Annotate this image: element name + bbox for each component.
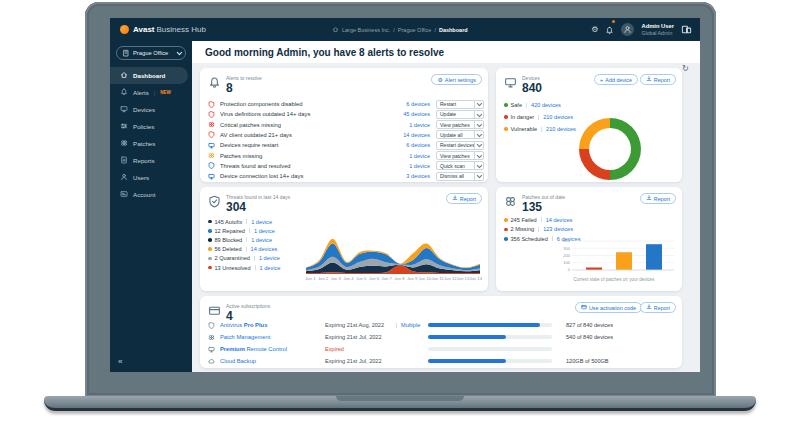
legend-devices-link[interactable]: 1 device xyxy=(259,255,280,261)
legend-divider xyxy=(249,228,250,233)
sidebar-item-devices[interactable]: Devices xyxy=(110,101,192,118)
alert-label: Critical patches missing xyxy=(220,122,281,128)
legend-devices-link[interactable]: 1 device xyxy=(260,265,281,271)
alert-action-select[interactable]: Update all xyxy=(436,130,484,139)
sidebar-item-users[interactable]: Users xyxy=(110,169,192,186)
legend-dot xyxy=(208,247,212,251)
subscriptions-card: Active subscriptions 4 Use activation co… xyxy=(200,296,682,368)
alert-action-select[interactable]: Update xyxy=(436,110,484,119)
chevron-down-icon xyxy=(474,152,483,159)
subscriptions-report-button[interactable]: Report xyxy=(640,302,676,313)
legend-divider xyxy=(538,115,539,120)
legend-divider xyxy=(541,217,542,222)
sidebar-item-policies[interactable]: Policies xyxy=(110,118,192,135)
sidebar-item-alerts[interactable]: Alerts|NEW xyxy=(110,84,192,101)
legend-devices-link[interactable]: 210 devices xyxy=(543,114,573,120)
legend-devices-link[interactable]: 14 devices xyxy=(546,217,573,223)
breadcrumb-separator: / xyxy=(434,27,436,33)
legend-label: 2 Quarantined xyxy=(215,255,250,261)
legend-item: 89 Blocked1 device xyxy=(208,235,280,244)
alert-action-select[interactable]: View patches xyxy=(436,120,484,129)
alert-action-select[interactable]: Restart devices xyxy=(436,141,484,150)
alert-devices-link[interactable]: 3 devices xyxy=(350,173,430,179)
bar-failed xyxy=(616,252,632,270)
breadcrumb-item[interactable]: Dashboard xyxy=(439,27,468,33)
alert-devices-link[interactable]: 14 devices xyxy=(350,132,430,138)
monitor-outline-icon xyxy=(504,75,517,93)
legend-devices-link[interactable]: 420 devices xyxy=(531,102,561,108)
legend-label: Vulnerable xyxy=(511,126,538,132)
sidebar: Prague Office DashboardAlerts|NEWDevices… xyxy=(110,41,192,372)
download-icon xyxy=(646,304,652,311)
sidebar-item-account[interactable]: Account xyxy=(110,186,192,203)
alert-settings-button[interactable]: ⚙Alert settings xyxy=(431,74,482,85)
chevron-down-icon xyxy=(474,131,483,138)
svg-text:300: 300 xyxy=(563,246,570,251)
legend-devices-link[interactable]: 14 devices xyxy=(251,246,278,252)
chevron-down-icon xyxy=(474,121,483,128)
alert-devices-link[interactable]: 45 devices xyxy=(350,111,430,117)
monitor-icon xyxy=(120,105,128,114)
patches-count: 135 xyxy=(522,200,542,214)
user-info[interactable]: Admin User Global Admin xyxy=(641,23,674,37)
alert-devices-link[interactable]: 1 device xyxy=(350,153,430,159)
subscription-name-link[interactable]: Antivirus Pro Plus xyxy=(220,322,267,328)
sidebar-collapse-button[interactable]: « xyxy=(118,357,122,366)
alert-devices-link[interactable]: 1 device xyxy=(350,163,430,169)
subscription-name-link[interactable]: Cloud Backup xyxy=(220,358,256,364)
legend-devices-link[interactable]: 1 device xyxy=(251,219,272,225)
legend-devices-link[interactable]: 1 device xyxy=(254,228,275,234)
x-axis-tick-label: Jun 2 xyxy=(317,276,330,281)
subscription-usage: 540 of 840 devices xyxy=(566,334,613,340)
sidebar-item-dashboard[interactable]: Dashboard xyxy=(110,67,188,84)
alert-devices-link[interactable]: 6 devices xyxy=(350,142,430,148)
use-activation-code-button[interactable]: Use activation code xyxy=(575,302,642,313)
subscription-name-link[interactable]: Patch Management xyxy=(220,334,270,340)
alert-action-select[interactable]: View patches xyxy=(436,151,484,160)
legend-label: 356 Scheduled xyxy=(511,236,548,242)
alert-devices-link[interactable]: 6 devices xyxy=(350,101,430,107)
org-selector[interactable]: Prague Office xyxy=(116,46,186,60)
legend-devices-link[interactable]: 210 devices xyxy=(546,126,576,132)
subscription-name-link[interactable]: Premium Remote Control xyxy=(220,346,287,352)
alert-row: AV client outdated 21+ days14 devicesUpd… xyxy=(200,130,488,140)
legend-divider xyxy=(254,256,255,261)
sliders-icon xyxy=(120,122,128,131)
alert-action-select[interactable]: Restart xyxy=(436,100,484,109)
settings-gear-icon[interactable]: ⚙ xyxy=(591,26,598,34)
alert-action-select[interactable]: Quick scan xyxy=(436,161,484,170)
x-axis-tick-label: Jun 5 xyxy=(355,276,368,281)
alert-devices-link[interactable]: 1 device xyxy=(350,122,430,128)
sidebar-item-patches[interactable]: Patches xyxy=(110,135,192,152)
alerts-card: Alerts to resolve 8 ⚙Alert settings Prot… xyxy=(200,68,488,182)
alert-label: Protection components disabled xyxy=(220,101,303,107)
topbar: Avast Business Hub Large Business Inc./P… xyxy=(110,18,700,41)
multiple-link[interactable]: Multiple xyxy=(401,322,420,328)
legend-divider xyxy=(246,219,247,224)
refresh-icon[interactable]: ↻ xyxy=(682,65,689,73)
console-switcher-icon[interactable] xyxy=(681,21,692,39)
devices-report-button[interactable]: Report xyxy=(640,74,676,85)
breadcrumb-item[interactable]: Prague Office xyxy=(398,27,432,33)
patches-report-button[interactable]: Report xyxy=(640,193,676,204)
add-device-button[interactable]: +Add device xyxy=(594,74,638,85)
subscription-row: Premium Remote ControlExpired xyxy=(200,344,682,354)
legend-dot xyxy=(208,220,212,224)
legend-dot xyxy=(504,228,508,232)
avatar[interactable] xyxy=(621,23,634,36)
x-axis-tick-label: Jun 3 xyxy=(329,276,342,281)
sidebar-item-label: Patches xyxy=(133,140,155,147)
breadcrumb-item[interactable]: Large Business Inc. xyxy=(342,27,390,33)
user-icon xyxy=(120,173,128,182)
alert-action-select[interactable]: Dismiss all xyxy=(436,172,484,181)
legend-devices-link[interactable]: 1 device xyxy=(251,237,272,243)
sidebar-item-reports[interactable]: Reports xyxy=(110,152,192,169)
notifications-bell-icon[interactable] xyxy=(605,21,614,39)
legend-divider xyxy=(246,237,247,242)
patch-icon xyxy=(208,152,215,159)
legend-devices-link[interactable]: 123 devices xyxy=(543,226,573,232)
threats-report-button[interactable]: Report xyxy=(446,193,482,204)
breadcrumb-separator: / xyxy=(393,27,395,33)
x-axis-tick-label: Jun 14 xyxy=(469,276,482,281)
alert-label: AV client outdated 21+ days xyxy=(220,132,292,138)
